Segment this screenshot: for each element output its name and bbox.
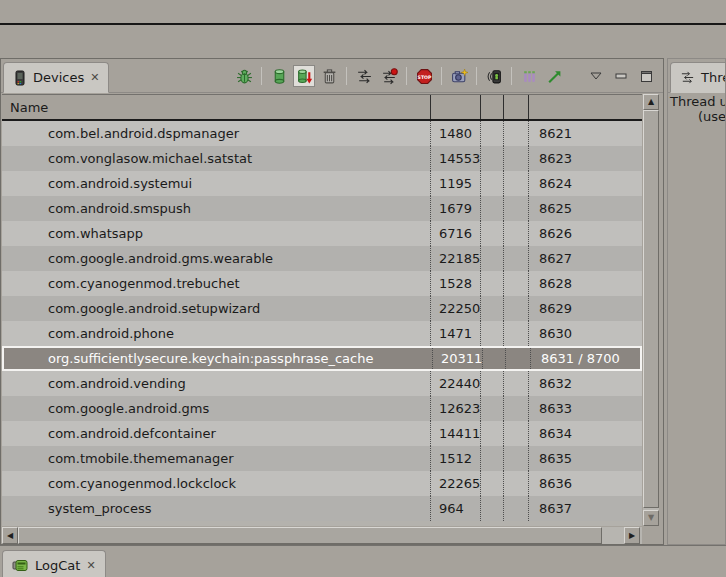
devices-toolbar: STOP [233,64,657,88]
threads-icon [680,70,695,85]
view-menu-chevron-icon[interactable] [585,65,607,87]
table-row[interactable]: com.bel.android.dspmanager 1480 8621 [2,121,642,146]
process-pid: 14411 [431,421,481,446]
column-header-pid[interactable] [431,95,481,119]
process-port: 8636 [529,471,642,496]
column-header-name[interactable]: Name [2,95,431,119]
column-header-port[interactable] [529,95,642,119]
table-row[interactable]: com.cyanogenmod.trebuchet 1528 8628 [2,271,642,296]
table-row[interactable]: com.google.android.gms.wearable 22185 86… [2,246,642,271]
maximize-icon[interactable] [635,65,657,87]
process-name: com.cyanogenmod.lockclock [2,471,431,496]
process-port: 8637 [529,496,642,521]
column-header-blank2[interactable] [504,95,529,119]
process-name: com.google.android.setupwizard [2,296,431,321]
devices-tab-label: Devices [33,70,84,85]
column-header-blank1[interactable] [481,95,504,119]
menu-item[interactable] [2,9,24,15]
logcat-icon [12,558,29,573]
process-pid: 1471 [431,321,481,346]
process-port: 8629 [529,296,642,321]
threads-tab-label: Threads [701,70,726,85]
table-row[interactable]: com.tmobile.thememanager 1512 8635 [2,446,642,471]
table-row[interactable]: com.android.defcontainer 14411 8634 [2,421,642,446]
process-port: 8624 [529,171,642,196]
table-row[interactable]: com.android.vending 22440 8632 [2,371,642,396]
horizontal-scroll-thumb[interactable] [18,527,602,544]
start-method-profiling-icon[interactable] [378,65,400,87]
dump-hprof-icon[interactable] [293,65,315,87]
table-row[interactable]: com.android.phone 1471 8630 [2,321,642,346]
screen-capture-icon[interactable] [448,65,470,87]
vertical-scroll-thumb[interactable] [643,110,659,508]
scroll-up-arrow[interactable]: ▲ [643,94,659,110]
table-row[interactable]: com.android.systemui 1195 8624 [2,171,642,196]
table-row[interactable]: org.sufficientlysecure.keychain:passphra… [2,346,642,371]
logcat-tab-label: LogCat [35,558,80,573]
process-pid: 22440 [431,371,481,396]
scroll-right-arrow[interactable]: ▶ [624,527,640,544]
process-blank1 [481,446,504,471]
process-pid: 22250 [431,296,481,321]
menu-item[interactable] [46,9,68,15]
process-pid: 1528 [431,271,481,296]
tab-threads[interactable]: Threads [670,62,726,93]
cause-gc-icon[interactable] [318,65,340,87]
phone-icon [13,70,27,86]
logcat-tab-close-icon[interactable]: ✕ [86,560,95,571]
table-row[interactable]: com.cyanogenmod.lockclock 22265 8636 [2,471,642,496]
process-pid: 20311 [433,348,483,369]
capture-all-devices-icon[interactable] [483,65,505,87]
menu-item[interactable] [68,9,90,15]
process-blank2 [504,246,529,271]
process-name: com.google.android.gms [2,396,431,421]
vertical-scrollbar[interactable]: ▲ ▼ [643,94,659,526]
tab-devices[interactable]: Devices ✕ [3,62,109,93]
process-name: com.android.systemui [2,171,431,196]
menu-item[interactable] [24,9,46,15]
threads-message-line2: (use toolbar button to enable) [668,109,726,124]
process-name: com.bel.android.dspmanager [2,121,431,146]
process-port: 8623 [529,146,642,171]
update-heap-icon[interactable] [268,65,290,87]
process-pid: 1679 [431,196,481,221]
process-blank1 [481,171,504,196]
minimize-icon[interactable] [610,65,632,87]
update-threads-icon[interactable] [353,65,375,87]
process-pid: 22265 [431,471,481,496]
table-header: Name [2,94,642,121]
devices-tab-close-icon[interactable]: ✕ [90,72,99,83]
stop-process-icon[interactable]: STOP [413,65,435,87]
menu-item[interactable] [90,9,112,15]
scroll-left-arrow[interactable]: ◀ [2,527,18,544]
process-port: 8628 [529,271,642,296]
process-blank2 [504,146,529,171]
process-blank1 [481,496,504,521]
main-toolbar-strip [0,27,726,58]
scroll-down-arrow[interactable]: ▼ [643,510,659,526]
table-row[interactable]: com.google.android.setupwizard 22250 862… [2,296,642,321]
start-opengl-trace-icon[interactable] [543,65,565,87]
table-row[interactable]: com.whatsapp 6716 8626 [2,221,642,246]
table-row[interactable]: com.vonglasow.michael.satstat 14553 8623 [2,146,642,171]
menu-bar [0,0,726,25]
threads-panel: Threads Thread updates not enabled for s… [667,58,726,545]
process-blank1 [481,371,504,396]
horizontal-scrollbar[interactable]: ◀ ▶ [2,527,642,544]
process-blank2 [504,446,529,471]
table-row[interactable]: com.google.android.gms 12623 8633 [2,396,642,421]
process-pid: 12623 [431,396,481,421]
devices-panel: Devices ✕ [0,58,664,545]
process-pid: 1512 [431,446,481,471]
toolbar-separator [476,67,477,85]
process-blank1 [481,121,504,146]
table-row[interactable]: system_process 964 8637 [2,496,642,521]
process-pid: 1195 [431,171,481,196]
svg-text:STOP: STOP [417,74,431,79]
debug-process-icon[interactable] [233,65,255,87]
toolbar-separator [406,67,407,85]
process-pid: 22185 [431,246,481,271]
sysinfo-bars-icon[interactable] [518,65,540,87]
tab-logcat[interactable]: LogCat ✕ [2,550,106,577]
table-row[interactable]: com.android.smspush 1679 8625 [2,196,642,221]
